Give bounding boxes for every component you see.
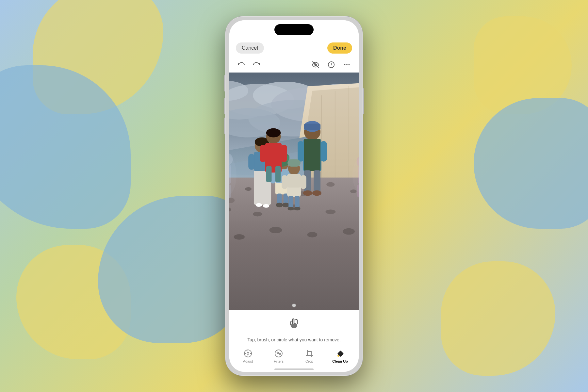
svg-rect-83 <box>260 145 266 162</box>
filters-label: Filters <box>274 359 284 363</box>
svg-rect-86 <box>275 166 281 182</box>
hint-text: Tap, brush, or circle what you want to r… <box>247 337 341 342</box>
bottom-panel: Tap, brush, or circle what you want to r… <box>229 310 359 372</box>
cleanup-label: Clean Up <box>332 359 348 363</box>
filters-icon <box>274 349 283 358</box>
tab-crop[interactable]: Crop <box>298 349 321 363</box>
svg-point-42 <box>234 234 245 240</box>
svg-point-33 <box>326 182 335 187</box>
svg-point-98 <box>312 190 321 196</box>
cleanup-icon <box>335 349 345 358</box>
svg-rect-107 <box>295 196 300 208</box>
markup-icon[interactable] <box>326 59 336 70</box>
toolbar-left <box>236 59 262 70</box>
bg-blob-4 <box>98 196 245 343</box>
svg-point-6 <box>346 64 348 65</box>
done-button[interactable]: Done <box>327 42 352 54</box>
svg-point-79 <box>282 203 289 207</box>
svg-point-29 <box>245 187 252 191</box>
svg-point-5 <box>344 64 346 65</box>
phone-screen: Cancel Done <box>229 20 359 372</box>
svg-rect-105 <box>301 175 306 189</box>
svg-point-37 <box>253 212 262 216</box>
svg-point-67 <box>263 204 270 208</box>
svg-rect-96 <box>314 170 320 193</box>
svg-point-97 <box>303 190 312 196</box>
svg-rect-64 <box>248 154 255 170</box>
svg-point-110 <box>292 303 296 307</box>
crop-icon <box>305 349 314 358</box>
svg-point-39 <box>325 209 335 214</box>
brush-hand-icon <box>287 317 301 334</box>
home-bar <box>274 368 314 370</box>
svg-rect-103 <box>287 174 301 188</box>
svg-point-109 <box>294 207 301 210</box>
svg-rect-84 <box>281 145 287 162</box>
svg-rect-26 <box>229 178 359 310</box>
svg-marker-92 <box>304 139 320 171</box>
svg-rect-85 <box>266 166 272 182</box>
toolbar-row <box>229 57 359 73</box>
svg-point-108 <box>287 207 294 210</box>
top-bar: Cancel Done <box>229 40 359 57</box>
more-options-icon[interactable] <box>342 59 352 70</box>
photo-area <box>229 73 359 310</box>
adjust-label: Adjust <box>243 359 253 363</box>
tab-filters[interactable]: Filters <box>267 349 290 363</box>
svg-point-45 <box>343 228 355 235</box>
undo-icon[interactable] <box>236 59 246 70</box>
bottom-tabs: Adjust Filters <box>229 346 359 369</box>
svg-rect-93 <box>298 141 304 162</box>
phone-wrapper: Cancel Done <box>225 16 363 376</box>
svg-point-101 <box>287 159 300 167</box>
svg-rect-94 <box>320 141 327 162</box>
svg-point-66 <box>256 203 262 207</box>
svg-point-43 <box>270 227 282 234</box>
svg-rect-125 <box>307 351 311 355</box>
bg-blob-6 <box>474 98 588 229</box>
svg-point-34 <box>350 189 357 193</box>
svg-point-7 <box>349 64 350 65</box>
svg-point-81 <box>266 128 281 138</box>
toolbar-right <box>310 59 352 70</box>
photo-scene-svg <box>229 73 359 310</box>
tab-cleanup[interactable]: Clean Up <box>329 349 351 363</box>
cleanup-hint: Tap, brush, or circle what you want to r… <box>229 310 359 346</box>
svg-rect-104 <box>282 175 287 189</box>
bg-blob-7 <box>441 261 555 376</box>
phone-device: Cancel Done <box>225 16 363 376</box>
redo-icon[interactable] <box>252 59 262 70</box>
tab-adjust[interactable]: Adjust <box>237 349 259 363</box>
dynamic-island <box>274 24 314 35</box>
status-bar <box>229 20 359 40</box>
svg-point-44 <box>307 232 318 237</box>
svg-rect-89 <box>304 124 320 130</box>
svg-rect-106 <box>288 196 293 208</box>
svg-point-127 <box>337 355 339 357</box>
hide-markup-icon[interactable] <box>310 59 321 70</box>
cancel-button[interactable]: Cancel <box>236 42 264 54</box>
adjust-icon <box>243 349 253 358</box>
home-indicator <box>229 369 359 372</box>
crop-label: Crop <box>305 359 313 363</box>
svg-point-78 <box>276 203 283 207</box>
